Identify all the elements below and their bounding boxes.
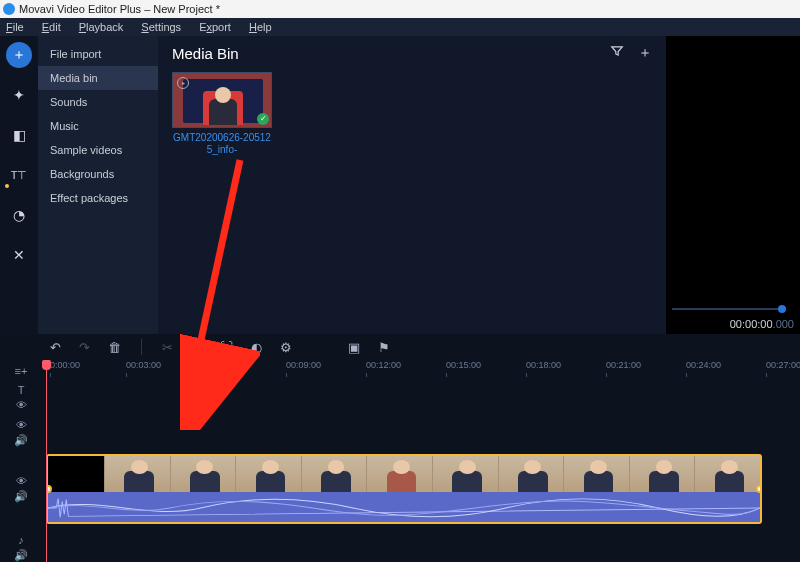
clip-handle-right[interactable] [756,485,762,493]
ruler-tick: 00:15:00 [446,360,481,370]
menu-edit[interactable]: Edit [42,21,61,33]
used-check-icon: ✓ [257,113,269,125]
media-bin-panel: Media Bin ＋ ▸ ✓ GMT20200626-205125_info- [158,36,666,334]
text-track-head[interactable]: T👁 [0,382,42,412]
notification-dot-icon [5,184,9,188]
tool-strip: ＋ ✦ ◧ T⊤ ◔ ✕ [0,36,38,334]
ruler-tick: 00:18:00 [526,360,561,370]
clip-properties-icon[interactable]: ⚙ [280,340,292,355]
media-clip[interactable]: ▸ ✓ GMT20200626-205125_info- [172,72,272,156]
sidebar-item-sample-videos[interactable]: Sample videos [38,138,158,162]
media-bin-title: Media Bin [172,45,239,62]
menu-export[interactable]: Export [199,21,231,33]
main-area: ＋ ✦ ◧ T⊤ ◔ ✕ File import Media bin Sound… [0,36,800,334]
sidebar-item-backgrounds[interactable]: Backgrounds [38,162,158,186]
crop-icon[interactable]: ⛶ [220,340,233,355]
sidebar-item-effect-packages[interactable]: Effect packages [38,186,158,210]
redo-icon[interactable]: ↷ [79,340,90,355]
ruler-tick: 00:06:00 [206,360,241,370]
undo-icon[interactable]: ↶ [50,340,61,355]
preview-panel: 00:00:00.000 [666,36,800,334]
ruler-tick: 00:12:00 [366,360,401,370]
marker-icon[interactable]: ⚑ [378,340,390,355]
menu-file[interactable]: File [6,21,24,33]
transitions-icon[interactable]: ◧ [6,122,32,148]
preview-seek-slider[interactable] [672,308,780,310]
more-tools-icon[interactable]: ✕ [6,242,32,268]
ruler-tick: 00:24:00 [686,360,721,370]
preview-timecode: 00:00:00.000 [730,318,794,330]
ruler-tick: 00:21:00 [606,360,641,370]
overlay-track-head[interactable]: 👁🔊 [0,418,42,448]
titles-icon[interactable]: T⊤ [6,162,32,188]
filter-icon[interactable] [610,44,624,62]
menu-playback[interactable]: Playback [79,21,124,33]
video-track-head[interactable]: 👁🔊 [0,454,42,524]
rotate-icon[interactable]: ⟳ [191,340,202,355]
add-track-icon[interactable]: ≡+ [0,364,42,378]
timeline-clip[interactable] [46,454,762,524]
media-clip-thumbnail[interactable]: ▸ ✓ [172,72,272,128]
record-icon[interactable]: ▣ [348,340,360,355]
timeline-toolbar: ↶ ↷ 🗑 ✂ ⟳ ⛶ ◐ ⚙ ▣ ⚑ [0,334,800,360]
filters-icon[interactable]: ✦ [6,82,32,108]
sidebar-item-file-import[interactable]: File import [38,42,158,66]
delete-icon[interactable]: 🗑 [108,340,121,355]
seek-knob-icon[interactable] [778,305,786,313]
media-clip-name: GMT20200626-205125_info- [172,132,272,156]
sidebar-item-sounds[interactable]: Sounds [38,90,158,114]
import-sidebar: File import Media bin Sounds Music Sampl… [38,36,158,334]
clip-waveform [48,494,760,522]
timeline-ruler[interactable]: 0:00:00 00:03:00 00:06:00 00:09:00 00:12… [46,360,800,378]
color-adjust-icon[interactable]: ◐ [251,340,262,355]
sidebar-item-music[interactable]: Music [38,114,158,138]
sidebar-item-media-bin[interactable]: Media bin [38,66,158,90]
stickers-icon[interactable]: ◔ [6,202,32,228]
window-title: Movavi Video Editor Plus – New Project * [19,3,220,15]
split-icon[interactable]: ✂ [162,340,173,355]
ruler-tick: 00:27:00 [766,360,800,370]
menu-settings[interactable]: Settings [141,21,181,33]
menubar: File Edit Playback Settings Export Help [0,18,800,36]
menu-help[interactable]: Help [249,21,272,33]
ruler-tick: 00:09:00 [286,360,321,370]
add-media-icon[interactable]: ＋ [638,44,652,62]
play-preview-icon[interactable]: ▸ [177,77,189,89]
ruler-tick: 0:00:00 [50,360,80,370]
video-track[interactable] [46,454,792,524]
playhead[interactable] [46,360,47,562]
app-icon [3,3,15,15]
window-titlebar: Movavi Video Editor Plus – New Project * [0,0,800,18]
ruler-tick: 00:03:00 [126,360,161,370]
timeline-panel: ↶ ↷ 🗑 ✂ ⟳ ⛶ ◐ ⚙ ▣ ⚑ 0:00:00 00:03:00 00:… [0,334,800,562]
import-icon[interactable]: ＋ [6,42,32,68]
music-track-head[interactable]: ♪🔊 [0,536,42,560]
svg-rect-0 [48,494,760,522]
